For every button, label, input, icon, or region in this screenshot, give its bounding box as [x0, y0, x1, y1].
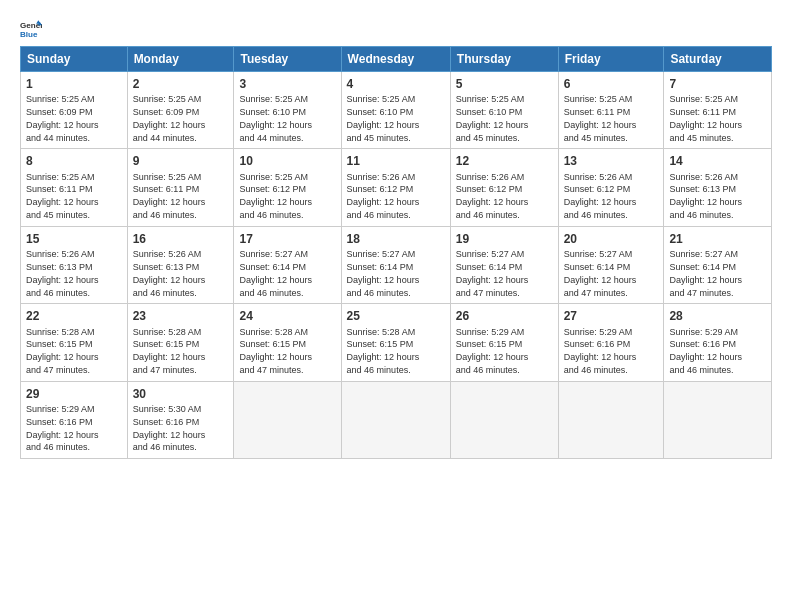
day-info: Sunrise: 5:29 AMSunset: 6:16 PMDaylight:… [26, 404, 99, 452]
day-info: Sunrise: 5:25 AMSunset: 6:10 PMDaylight:… [239, 94, 312, 142]
day-number: 30 [133, 386, 229, 402]
day-number: 26 [456, 308, 553, 324]
day-number: 29 [26, 386, 122, 402]
weekday-header: Friday [558, 47, 664, 72]
day-info: Sunrise: 5:28 AMSunset: 6:15 PMDaylight:… [239, 327, 312, 375]
day-info: Sunrise: 5:27 AMSunset: 6:14 PMDaylight:… [564, 249, 637, 297]
day-number: 9 [133, 153, 229, 169]
calendar-day-cell: 23Sunrise: 5:28 AMSunset: 6:15 PMDayligh… [127, 304, 234, 381]
day-info: Sunrise: 5:27 AMSunset: 6:14 PMDaylight:… [239, 249, 312, 297]
day-number: 21 [669, 231, 766, 247]
day-info: Sunrise: 5:27 AMSunset: 6:14 PMDaylight:… [347, 249, 420, 297]
calendar-day-cell: 30Sunrise: 5:30 AMSunset: 6:16 PMDayligh… [127, 381, 234, 458]
calendar-day-cell: 29Sunrise: 5:29 AMSunset: 6:16 PMDayligh… [21, 381, 128, 458]
calendar-day-cell: 22Sunrise: 5:28 AMSunset: 6:15 PMDayligh… [21, 304, 128, 381]
calendar-day-cell [664, 381, 772, 458]
day-number: 23 [133, 308, 229, 324]
calendar-day-cell [558, 381, 664, 458]
day-info: Sunrise: 5:25 AMSunset: 6:11 PMDaylight:… [26, 172, 99, 220]
day-number: 6 [564, 76, 659, 92]
calendar-week-row: 22Sunrise: 5:28 AMSunset: 6:15 PMDayligh… [21, 304, 772, 381]
calendar-day-cell: 20Sunrise: 5:27 AMSunset: 6:14 PMDayligh… [558, 226, 664, 303]
weekday-header: Thursday [450, 47, 558, 72]
day-number: 24 [239, 308, 335, 324]
weekday-header: Tuesday [234, 47, 341, 72]
day-info: Sunrise: 5:25 AMSunset: 6:09 PMDaylight:… [26, 94, 99, 142]
day-number: 16 [133, 231, 229, 247]
calendar-table: SundayMondayTuesdayWednesdayThursdayFrid… [20, 46, 772, 459]
calendar-day-cell: 11Sunrise: 5:26 AMSunset: 6:12 PMDayligh… [341, 149, 450, 226]
day-number: 25 [347, 308, 445, 324]
calendar-day-cell: 10Sunrise: 5:25 AMSunset: 6:12 PMDayligh… [234, 149, 341, 226]
calendar-week-row: 29Sunrise: 5:29 AMSunset: 6:16 PMDayligh… [21, 381, 772, 458]
day-info: Sunrise: 5:25 AMSunset: 6:12 PMDaylight:… [239, 172, 312, 220]
weekday-header: Sunday [21, 47, 128, 72]
day-number: 18 [347, 231, 445, 247]
calendar-day-cell [450, 381, 558, 458]
day-number: 2 [133, 76, 229, 92]
calendar-day-cell [341, 381, 450, 458]
calendar-day-cell: 5Sunrise: 5:25 AMSunset: 6:10 PMDaylight… [450, 72, 558, 149]
day-number: 20 [564, 231, 659, 247]
calendar-day-cell [234, 381, 341, 458]
day-number: 8 [26, 153, 122, 169]
calendar-day-cell: 7Sunrise: 5:25 AMSunset: 6:11 PMDaylight… [664, 72, 772, 149]
day-number: 1 [26, 76, 122, 92]
day-number: 27 [564, 308, 659, 324]
calendar-day-cell: 26Sunrise: 5:29 AMSunset: 6:15 PMDayligh… [450, 304, 558, 381]
calendar-day-cell: 1Sunrise: 5:25 AMSunset: 6:09 PMDaylight… [21, 72, 128, 149]
day-number: 11 [347, 153, 445, 169]
day-number: 22 [26, 308, 122, 324]
calendar-day-cell: 25Sunrise: 5:28 AMSunset: 6:15 PMDayligh… [341, 304, 450, 381]
calendar-day-cell: 16Sunrise: 5:26 AMSunset: 6:13 PMDayligh… [127, 226, 234, 303]
calendar-day-cell: 3Sunrise: 5:25 AMSunset: 6:10 PMDaylight… [234, 72, 341, 149]
day-info: Sunrise: 5:30 AMSunset: 6:16 PMDaylight:… [133, 404, 206, 452]
day-info: Sunrise: 5:25 AMSunset: 6:11 PMDaylight:… [669, 94, 742, 142]
day-number: 10 [239, 153, 335, 169]
weekday-header: Wednesday [341, 47, 450, 72]
day-info: Sunrise: 5:26 AMSunset: 6:12 PMDaylight:… [564, 172, 637, 220]
calendar-day-cell: 6Sunrise: 5:25 AMSunset: 6:11 PMDaylight… [558, 72, 664, 149]
calendar-day-cell: 24Sunrise: 5:28 AMSunset: 6:15 PMDayligh… [234, 304, 341, 381]
day-number: 12 [456, 153, 553, 169]
day-info: Sunrise: 5:29 AMSunset: 6:15 PMDaylight:… [456, 327, 529, 375]
calendar-day-cell: 4Sunrise: 5:25 AMSunset: 6:10 PMDaylight… [341, 72, 450, 149]
day-number: 5 [456, 76, 553, 92]
weekday-header: Saturday [664, 47, 772, 72]
day-info: Sunrise: 5:27 AMSunset: 6:14 PMDaylight:… [669, 249, 742, 297]
calendar-day-cell: 27Sunrise: 5:29 AMSunset: 6:16 PMDayligh… [558, 304, 664, 381]
day-info: Sunrise: 5:25 AMSunset: 6:09 PMDaylight:… [133, 94, 206, 142]
calendar-day-cell: 13Sunrise: 5:26 AMSunset: 6:12 PMDayligh… [558, 149, 664, 226]
day-number: 15 [26, 231, 122, 247]
calendar-day-cell: 18Sunrise: 5:27 AMSunset: 6:14 PMDayligh… [341, 226, 450, 303]
weekday-header: Monday [127, 47, 234, 72]
calendar-day-cell: 9Sunrise: 5:25 AMSunset: 6:11 PMDaylight… [127, 149, 234, 226]
day-info: Sunrise: 5:25 AMSunset: 6:10 PMDaylight:… [347, 94, 420, 142]
calendar-day-cell: 19Sunrise: 5:27 AMSunset: 6:14 PMDayligh… [450, 226, 558, 303]
calendar-day-cell: 28Sunrise: 5:29 AMSunset: 6:16 PMDayligh… [664, 304, 772, 381]
day-number: 14 [669, 153, 766, 169]
svg-text:Blue: Blue [20, 30, 38, 39]
day-number: 3 [239, 76, 335, 92]
calendar-day-cell: 17Sunrise: 5:27 AMSunset: 6:14 PMDayligh… [234, 226, 341, 303]
logo-icon: General Blue [20, 18, 42, 40]
day-info: Sunrise: 5:26 AMSunset: 6:13 PMDaylight:… [133, 249, 206, 297]
day-info: Sunrise: 5:29 AMSunset: 6:16 PMDaylight:… [669, 327, 742, 375]
day-info: Sunrise: 5:25 AMSunset: 6:11 PMDaylight:… [564, 94, 637, 142]
calendar-day-cell: 8Sunrise: 5:25 AMSunset: 6:11 PMDaylight… [21, 149, 128, 226]
calendar-day-cell: 14Sunrise: 5:26 AMSunset: 6:13 PMDayligh… [664, 149, 772, 226]
calendar-week-row: 1Sunrise: 5:25 AMSunset: 6:09 PMDaylight… [21, 72, 772, 149]
day-number: 4 [347, 76, 445, 92]
day-info: Sunrise: 5:28 AMSunset: 6:15 PMDaylight:… [133, 327, 206, 375]
day-info: Sunrise: 5:27 AMSunset: 6:14 PMDaylight:… [456, 249, 529, 297]
day-number: 13 [564, 153, 659, 169]
calendar-day-cell: 21Sunrise: 5:27 AMSunset: 6:14 PMDayligh… [664, 226, 772, 303]
day-info: Sunrise: 5:28 AMSunset: 6:15 PMDaylight:… [347, 327, 420, 375]
day-info: Sunrise: 5:28 AMSunset: 6:15 PMDaylight:… [26, 327, 99, 375]
calendar-header: SundayMondayTuesdayWednesdayThursdayFrid… [21, 47, 772, 72]
day-info: Sunrise: 5:26 AMSunset: 6:13 PMDaylight:… [669, 172, 742, 220]
day-info: Sunrise: 5:26 AMSunset: 6:13 PMDaylight:… [26, 249, 99, 297]
day-info: Sunrise: 5:26 AMSunset: 6:12 PMDaylight:… [347, 172, 420, 220]
day-info: Sunrise: 5:25 AMSunset: 6:10 PMDaylight:… [456, 94, 529, 142]
calendar-week-row: 15Sunrise: 5:26 AMSunset: 6:13 PMDayligh… [21, 226, 772, 303]
